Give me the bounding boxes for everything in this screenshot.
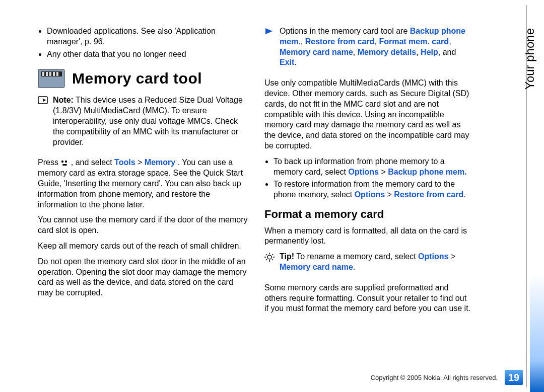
text: > bbox=[451, 252, 455, 261]
svg-line-16 bbox=[266, 254, 267, 255]
text: . bbox=[353, 263, 355, 271]
memory-card-icon bbox=[38, 69, 65, 88]
text: > bbox=[138, 158, 145, 167]
svg-point-9 bbox=[65, 161, 67, 163]
copyright: Copyright © 2005 Nokia. All rights reser… bbox=[371, 374, 498, 381]
text: To rename a memory card, select bbox=[294, 252, 418, 261]
text: . bbox=[463, 190, 465, 199]
paragraph: Use only compatible MultiMediaCards (MMC… bbox=[264, 78, 471, 151]
paragraph: When a memory card is formatted, all dat… bbox=[264, 226, 471, 247]
svg-rect-10 bbox=[62, 164, 67, 166]
text: , bbox=[301, 37, 305, 46]
list-item: To restore information from the memory c… bbox=[274, 179, 471, 200]
svg-line-17 bbox=[272, 259, 273, 260]
paragraph: Do not open the memory card slot door in… bbox=[38, 257, 249, 298]
paragraph: You cannot use the memory card if the do… bbox=[38, 215, 249, 236]
right-column: Options in the memory card tool are Back… bbox=[264, 26, 471, 392]
text: , and select bbox=[71, 158, 114, 167]
note-label: Note: bbox=[53, 96, 74, 104]
footer: Copyright © 2005 Nokia. All rights reser… bbox=[371, 370, 523, 385]
left-column: Downloaded applications. See also 'Appli… bbox=[38, 26, 249, 392]
press-paragraph: Press , and select Tools > Memory . You … bbox=[38, 158, 249, 210]
page-number: 19 bbox=[505, 370, 523, 385]
option-link: Memory card name bbox=[280, 263, 353, 271]
list-item: Downloaded applications. See also 'Appli… bbox=[47, 26, 249, 47]
svg-line-19 bbox=[266, 259, 267, 260]
text: > bbox=[381, 168, 388, 176]
note-block: Note: This device uses a Reduced Size Du… bbox=[38, 95, 249, 152]
tip-text: Tip! To rename a memory card, select Opt… bbox=[280, 252, 471, 273]
intro-bullets: Downloaded applications. See also 'Appli… bbox=[38, 26, 249, 59]
note-body: This device uses a Reduced Size Dual Vol… bbox=[53, 96, 243, 146]
option-link: Restore from card bbox=[394, 190, 463, 199]
format-heading: Format a memory card bbox=[264, 207, 471, 222]
svg-rect-6 bbox=[56, 72, 58, 76]
paragraph: Some memory cards are supplied preformat… bbox=[264, 283, 471, 314]
options-block: Options in the memory card tool are Back… bbox=[264, 26, 471, 73]
list-item: Any other data that you no longer need bbox=[47, 49, 249, 60]
link-tools: Tools bbox=[114, 158, 135, 167]
option-link: Format mem. card bbox=[379, 37, 449, 46]
list-item: To back up information from phone memory… bbox=[274, 156, 471, 178]
text: Options in the memory card tool are bbox=[280, 27, 410, 35]
option-link: Exit bbox=[280, 58, 294, 66]
options-text: Options in the memory card tool are Back… bbox=[280, 26, 471, 68]
option-link: Restore from card bbox=[305, 37, 375, 46]
memory-card-tool-heading: Memory card tool bbox=[72, 68, 202, 88]
menu-key-icon bbox=[60, 160, 69, 167]
svg-rect-3 bbox=[46, 72, 48, 76]
text: , bbox=[353, 48, 358, 56]
option-link: Options bbox=[348, 168, 378, 176]
text: , bbox=[416, 48, 421, 56]
option-link: Backup phone mem. bbox=[388, 168, 466, 176]
svg-rect-2 bbox=[42, 72, 44, 76]
option-link: Memory details bbox=[358, 48, 416, 56]
option-link: Help bbox=[421, 48, 438, 56]
heading-row: Memory card tool bbox=[38, 68, 249, 88]
text: . bbox=[294, 58, 296, 66]
svg-point-11 bbox=[267, 255, 271, 259]
section-tab: Your phone bbox=[523, 28, 537, 90]
options-arrow-icon bbox=[264, 27, 276, 35]
paragraph: Keep all memory cards out of the reach o… bbox=[38, 241, 249, 252]
text: Press bbox=[38, 158, 60, 167]
tip-icon bbox=[264, 253, 276, 262]
option-link: Options bbox=[418, 252, 448, 261]
svg-rect-7 bbox=[38, 97, 47, 104]
backup-restore-bullets: To back up information from phone memory… bbox=[264, 156, 471, 200]
svg-point-8 bbox=[61, 161, 63, 163]
page-body: Downloaded applications. See also 'Appli… bbox=[0, 0, 544, 392]
text: > bbox=[387, 190, 394, 199]
tip-label: Tip! bbox=[280, 252, 294, 261]
text: , bbox=[449, 37, 451, 46]
note-icon bbox=[38, 96, 49, 104]
svg-line-18 bbox=[272, 254, 273, 255]
svg-rect-5 bbox=[53, 72, 55, 76]
tip-block: Tip! To rename a memory card, select Opt… bbox=[264, 252, 471, 278]
svg-rect-4 bbox=[49, 72, 51, 76]
link-memory: Memory bbox=[145, 158, 175, 167]
text: , and bbox=[438, 48, 456, 56]
option-link: Options bbox=[355, 190, 385, 199]
note-text: Note: This device uses a Reduced Size Du… bbox=[53, 95, 249, 147]
option-link: Memory card name bbox=[280, 48, 353, 56]
